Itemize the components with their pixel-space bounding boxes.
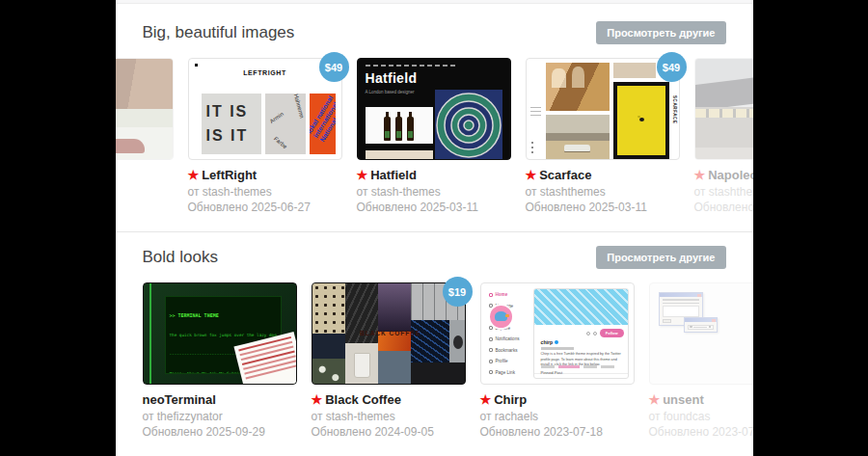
verified-badge-icon (555, 340, 558, 344)
screen: Big, beautiful images Просмотреть другие… (0, 0, 868, 456)
tiny-dots (531, 142, 533, 155)
theme-card-scarface[interactable]: $49 SCARFACE ★Scarface от (526, 58, 680, 214)
person-icon (489, 360, 493, 363)
theme-card-unsent[interactable]: ★unsent от foundcas Обновлено 2023-07-18 (649, 282, 753, 439)
theme-card-chirp[interactable]: Home Message Submit Explore Notification… (480, 282, 635, 439)
link-icon (489, 370, 493, 374)
bird-illustration (495, 311, 507, 321)
preview-profile-panel: Follow chirp Chirp is a free Tumblr them… (533, 288, 629, 379)
partial-photo (613, 63, 656, 78)
typography-panel: IT IS IS IT (202, 94, 261, 154)
glass-tile (345, 343, 378, 385)
section-title: Bold looks (143, 248, 218, 267)
orange-poster-panel: lokal national international National Ze… (310, 94, 336, 154)
theme-thumbnail (694, 58, 753, 160)
preview-site-subtitle: A London based designer (366, 90, 415, 94)
view-more-button[interactable]: Просмотреть другие (596, 246, 725, 269)
menu-item-profile: Profile (489, 356, 531, 367)
theme-author: от stashthem (694, 185, 753, 199)
flowers-tile (312, 359, 345, 385)
theme-card-hatfield[interactable]: Hatfield A London based designer (357, 58, 511, 214)
bird-avatar (488, 304, 514, 330)
star-icon: ★ (188, 168, 200, 182)
theme-author: от foundcas (649, 410, 753, 423)
view-more-button[interactable]: Просмотреть другие (596, 21, 725, 44)
theme-thumbnail: SCARFACE (526, 58, 680, 160)
price-badge: $49 (319, 52, 349, 82)
theme-title: ★Hatfield (357, 168, 511, 183)
dark-tile (411, 362, 466, 385)
profile-actions: Follow (586, 329, 624, 337)
theme-author: от stash-themes (357, 185, 511, 199)
preview-title-overlay: BLACK COFFEE (345, 330, 436, 336)
theme-thumbnail: >> TERMINAL THEME The quick brown fox ju… (143, 282, 297, 385)
theme-meta: ★unsent от foundcas Обновлено 2023-07-18 (649, 392, 753, 439)
theme-garden-page: Big, beautiful images Просмотреть другие… (116, 0, 753, 456)
theme-thumbnail (116, 58, 174, 160)
carousel-bold-looks[interactable]: >> TERMINAL THEME The quick brown fox ju… (116, 275, 753, 439)
desert-car-photo (546, 115, 610, 159)
banner-pattern (534, 289, 628, 325)
theme-updated: Обновлено 2023-07-18 (649, 425, 753, 439)
preview-nav-links (366, 65, 458, 67)
theme-card-leftright[interactable]: $49 LEFTRIGHT IT IS IS IT Armin Hahnemn (188, 58, 342, 214)
bee-illustration (639, 118, 644, 121)
theme-author: от rachaels (480, 410, 635, 423)
theme-title: ★LeftRight (188, 168, 342, 183)
theme-meta: ★Hatfield от stash-themes Обновлено 2025… (357, 168, 511, 214)
follow-button: Follow (600, 329, 624, 337)
section-header-big-beautiful-images: Big, beautiful images Просмотреть другие (116, 21, 753, 44)
profile-username: chirp (541, 339, 559, 345)
interior-photo (546, 63, 610, 111)
theme-updated: Обновлено 2024-09-05 (312, 425, 466, 439)
theme-card-neoterminal[interactable]: >> TERMINAL THEME The quick brown fox ju… (143, 282, 297, 439)
menu-item-notifications: Notifications (489, 334, 531, 345)
profile-meta-row (541, 365, 623, 368)
star-icon: ★ (649, 392, 661, 407)
dot-mark (195, 64, 198, 67)
theme-updated: Обновлено 2025-03-11 (357, 201, 511, 214)
ground (695, 148, 753, 159)
theme-meta: ★Chirp от rachaels Обновлено 2023-07-18 (480, 392, 635, 439)
partial-photo (366, 150, 433, 159)
theme-card-black-coffee[interactable]: $19 BLACK COFFEE (312, 282, 466, 439)
concentric-circles-art (435, 90, 502, 160)
theme-author: от thefizzynator (143, 410, 297, 423)
theme-thumbnail: Home Message Submit Explore Notification… (480, 282, 635, 385)
tiny-text-lines (530, 107, 541, 119)
menu-item-page-link: Page Link (489, 367, 531, 379)
green-stripe (149, 283, 151, 384)
theme-thumbnail: LEFTRIGHT IT IS IS IT Armin Hahnemn Farb… (188, 58, 342, 160)
theme-meta: ★Black Coffee от stash-themes Обновлено … (312, 392, 466, 439)
theme-author: от stashthemes (526, 185, 680, 199)
bottles-photo (366, 107, 433, 144)
theme-card-partial-left[interactable] (116, 58, 174, 214)
dark-landscape-tile (312, 334, 345, 359)
section-title: Big, beautiful images (143, 23, 295, 42)
theme-updated: Обновлено 2025-03-11 (526, 201, 680, 214)
theme-meta: ★Napoleon от stashthem Обновлено 2 (694, 168, 753, 214)
menu-item-home: Home (489, 289, 531, 301)
carousel-big-beautiful-images[interactable]: $49 LEFTRIGHT IT IS IS IT Armin Hahnemn (116, 50, 753, 214)
theme-meta: ★LeftRight от stash-themes Обновлено 202… (188, 168, 342, 214)
theme-updated: Обновлено 2025-09-29 (143, 425, 297, 439)
preview-panels: IT IS IS IT Armin Hahnemn Farbe lokal na… (202, 94, 336, 154)
mouse-tile (449, 320, 466, 362)
yellow-poster (613, 82, 669, 159)
theme-card-napoleon[interactable]: ★Napoleon от stashthem Обновлено 2 (694, 58, 753, 214)
profile-handle-bar (541, 347, 574, 350)
theme-title: ★unsent (649, 392, 753, 408)
theme-title: ★Napoleon (694, 168, 753, 183)
purple-figures-tile (378, 283, 411, 332)
preview-sidebar-menu: Home Message Submit Explore Notification… (481, 289, 531, 378)
rotated-words-panel: Armin Hahnemn Farbe (265, 94, 306, 154)
top-divider-strip (116, 0, 753, 4)
pinned-post-label: Pinned Post (541, 370, 563, 375)
bookmark-icon (489, 348, 493, 352)
retro-player-window (684, 317, 718, 333)
dialog-send-button (663, 319, 671, 323)
theme-meta: neoTerminal от thefizzynator Обновлено 2… (143, 392, 297, 439)
theme-thumbnail (649, 282, 753, 385)
price-badge: $19 (443, 277, 473, 307)
section-header-bold-looks: Bold looks Просмотреть другие (116, 246, 753, 269)
